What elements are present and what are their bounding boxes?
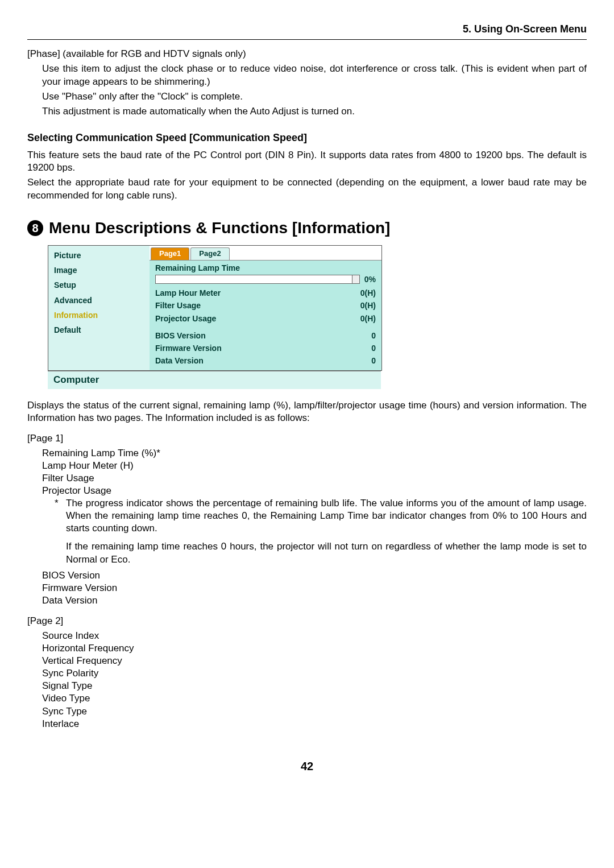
osd-remaining-lamp-label: Remaining Lamp Time (155, 263, 376, 273)
list-item: Projector Usage (42, 485, 587, 497)
list-item: Filter Usage (42, 472, 587, 485)
list-item: Remaining Lamp Time (%)* (42, 447, 587, 460)
osd-row-value: 0 (371, 356, 376, 366)
osd-progress-handle-icon (352, 275, 360, 284)
osd-row-label: BIOS Version (155, 330, 206, 341)
osd-remaining-lamp-value: 0% (364, 274, 376, 284)
comm-speed-heading: Selecting Communication Speed [Communica… (27, 131, 587, 144)
phase-line3: This adjustment is made automatically wh… (42, 105, 587, 118)
list-item: Sync Polarity (42, 667, 587, 680)
osd-tab: Page2 (190, 247, 229, 260)
osd-menu-item: Information (54, 308, 144, 323)
page1-label: [Page 1] (27, 432, 587, 445)
osd-row-value: 0(H) (360, 313, 376, 324)
list-item: Video Type (42, 692, 587, 705)
page1-note2: If the remaining lamp time reaches 0 hou… (66, 540, 587, 565)
osd-row-value: 0 (371, 343, 376, 353)
page-number: 42 (27, 759, 587, 774)
list-item: Interlace (42, 718, 587, 730)
list-item: Source Index (42, 630, 587, 642)
page1-note1: The progress indicator shows the percent… (66, 497, 587, 535)
comm-speed-p1: This feature sets the baud rate of the P… (27, 149, 587, 174)
osd-row: Lamp Hour Meter0(H) (155, 287, 376, 299)
page1-items: Remaining Lamp Time (%)*Lamp Hour Meter … (42, 447, 587, 497)
osd-tab: Page1 (151, 247, 189, 260)
osd-row-label: Projector Usage (155, 313, 216, 324)
page2-items: Source IndexHorizontal FrequencyVertical… (42, 630, 587, 730)
osd-menu-item: Image (54, 263, 144, 278)
list-item: Firmware Version (42, 582, 587, 594)
osd-menu-item: Picture (54, 248, 144, 263)
osd-row-label: Lamp Hour Meter (155, 288, 221, 298)
osd-row-label: Firmware Version (155, 343, 222, 353)
osd-row: BIOS Version0 (155, 329, 376, 342)
osd-row: Projector Usage0(H) (155, 312, 376, 325)
osd-row-value: 0(H) (360, 288, 376, 298)
chapter-header: 5. Using On-Screen Menu (27, 23, 587, 40)
page1-items2: BIOS VersionFirmware VersionData Version (42, 569, 587, 607)
osd-row-label: Data Version (155, 356, 204, 366)
osd-row: Firmware Version0 (155, 342, 376, 354)
list-item: Horizontal Frequency (42, 642, 587, 655)
osd-screenshot: PictureImageSetupAdvancedInformationDefa… (48, 245, 587, 388)
section-title-text: Menu Descriptions & Functions [Informati… (49, 218, 390, 238)
osd-row-value: 0(H) (360, 300, 376, 311)
list-item: Vertical Frequency (42, 655, 587, 667)
phase-line1: Use this item to adjust the clock phase … (42, 63, 587, 88)
note-asterisk: * (55, 497, 61, 535)
phase-title: [Phase] (available for RGB and HDTV sign… (27, 48, 587, 60)
osd-row: Data Version0 (155, 354, 376, 367)
osd-body: Remaining Lamp Time 0% Lamp Hour Meter0(… (150, 261, 381, 371)
section-number-icon: 8 (27, 220, 43, 236)
osd-menu-item: Default (54, 323, 144, 337)
osd-menu-item: Setup (54, 278, 144, 292)
list-item: Signal Type (42, 680, 587, 692)
osd-menu-list: PictureImageSetupAdvancedInformationDefa… (48, 246, 150, 370)
osd-footer: Computer (48, 371, 381, 388)
osd-menu-item: Advanced (54, 293, 144, 308)
osd-tabs: Page1Page2 (150, 246, 381, 261)
list-item: BIOS Version (42, 569, 587, 582)
note-spacer (55, 540, 61, 565)
list-item: Sync Type (42, 705, 587, 718)
comm-speed-p2: Select the appropriate baud rate for you… (27, 176, 587, 201)
list-item: Lamp Hour Meter (H) (42, 460, 587, 472)
phase-line2: Use "Phase" only after the "Clock" is co… (42, 90, 587, 103)
section-title: 8 Menu Descriptions & Functions [Informa… (27, 218, 587, 238)
page2-label: [Page 2] (27, 615, 587, 627)
osd-row-value: 0 (371, 330, 376, 341)
osd-row: Filter Usage0(H) (155, 299, 376, 312)
list-item: Data Version (42, 594, 587, 607)
osd-row-label: Filter Usage (155, 300, 201, 311)
osd-progress-bar (155, 275, 360, 284)
info-intro: Displays the status of the current signa… (27, 399, 587, 424)
